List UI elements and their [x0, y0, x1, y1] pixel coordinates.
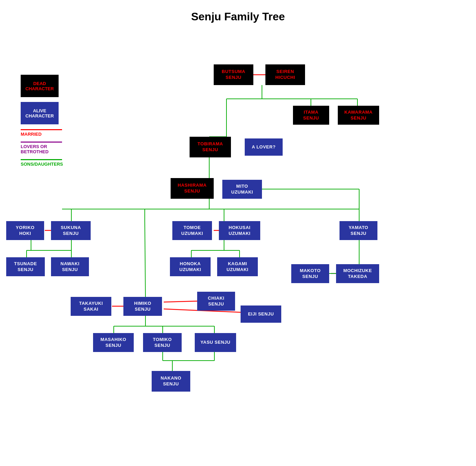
- node-himiko: HIMIKO SENJU: [123, 297, 162, 316]
- legend-lovers-line: [21, 142, 62, 143]
- node-nakano: NAKANO SENJU: [152, 371, 190, 392]
- legend: DEAD CHARACTER ALIVE CHARACTER MARRIED L…: [21, 75, 63, 172]
- node-alover: A LOVER?: [245, 138, 283, 156]
- node-masahiko: MASAHIKO SENJU: [93, 333, 134, 352]
- legend-alive-box: ALIVE CHARACTER: [21, 102, 59, 124]
- node-kagami: KAGAMI UZUMAKI: [217, 257, 258, 276]
- legend-sons-line: [21, 159, 62, 160]
- node-takayuki: TAKAYUKI SAKAI: [71, 297, 111, 316]
- node-butsuma: BUTSUMA SENJU: [214, 64, 253, 85]
- node-chiaki: CHIAKI SENJU: [197, 292, 235, 311]
- node-tobirama: TOBIRAMA SENJU: [190, 137, 231, 157]
- node-mochizuke: MOCHIZUKE TAKEDA: [336, 264, 379, 283]
- connection-lines: [0, 30, 476, 466]
- node-mito: MITO UZUMAKI: [222, 180, 262, 199]
- page-title: Senju Family Tree: [0, 0, 476, 30]
- legend-sons-label: SONS/DAUGHTERS: [21, 162, 63, 167]
- legend-married-label: MARRIED: [21, 132, 63, 137]
- node-kawarama: KAWARAMA SENJU: [338, 106, 379, 125]
- node-seiren: SEIREN HICUCHI: [265, 64, 305, 85]
- legend-dead-box: DEAD CHARACTER: [21, 75, 59, 97]
- node-hashirama: HASHIRAMA SENJU: [171, 178, 214, 199]
- node-hokusai: HOKUSAI UZUMAKI: [219, 221, 260, 240]
- node-tomiko: TOMIKO SENJU: [143, 333, 182, 352]
- svg-line-27: [145, 221, 145, 297]
- node-honoka: HONOKA UZUMAKI: [170, 257, 211, 276]
- node-sukuna: SUKUNA SENJU: [51, 221, 91, 240]
- node-eiji: EIJI SENJU: [241, 306, 281, 323]
- legend-married-line: [21, 129, 62, 130]
- node-nawaki: NAWAKI SENJU: [51, 257, 89, 276]
- tree-container: DEAD CHARACTER ALIVE CHARACTER MARRIED L…: [0, 30, 476, 466]
- svg-line-38: [164, 301, 200, 302]
- node-tomoe: TOMOE UZUMAKI: [172, 221, 212, 240]
- node-makoto: MAKOTO SENJU: [291, 264, 329, 283]
- node-yoriko: YORIKO HOKI: [6, 221, 44, 240]
- legend-lovers-label: LOVERS OR BETROTHED: [21, 144, 63, 154]
- node-itama: ITAMA SENJU: [293, 106, 329, 125]
- node-yamato: YAMATO SENJU: [340, 221, 377, 240]
- node-tsunade: TSUNADE SENJU: [6, 257, 45, 276]
- node-yasu: YASU SENJU: [195, 333, 236, 352]
